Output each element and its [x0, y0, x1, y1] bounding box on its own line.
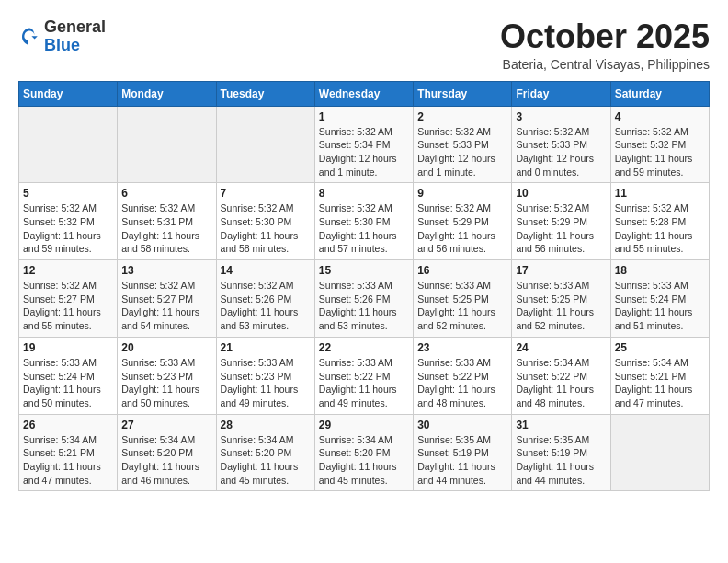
page-header: General Blue October 2025 Bateria, Centr…	[18, 18, 710, 72]
calendar-cell: 26Sunrise: 5:34 AM Sunset: 5:21 PM Dayli…	[19, 414, 118, 491]
day-info: Sunrise: 5:33 AM Sunset: 5:25 PM Dayligh…	[417, 279, 507, 333]
calendar-cell: 14Sunrise: 5:32 AM Sunset: 5:26 PM Dayli…	[216, 260, 314, 338]
day-number: 29	[319, 419, 409, 431]
column-header-wednesday: Wednesday	[314, 81, 413, 106]
day-info: Sunrise: 5:33 AM Sunset: 5:23 PM Dayligh…	[221, 356, 311, 410]
column-header-sunday: Sunday	[19, 81, 118, 106]
day-info: Sunrise: 5:32 AM Sunset: 5:29 PM Dayligh…	[516, 201, 606, 256]
calendar-table: SundayMondayTuesdayWednesdayThursdayFrid…	[18, 81, 710, 492]
location: Bateria, Central Visayas, Philippines	[500, 57, 710, 72]
calendar-cell: 23Sunrise: 5:33 AM Sunset: 5:22 PM Dayli…	[414, 337, 512, 414]
day-info: Sunrise: 5:32 AM Sunset: 5:33 PM Dayligh…	[516, 125, 606, 179]
day-info: Sunrise: 5:35 AM Sunset: 5:19 PM Dayligh…	[516, 433, 606, 488]
day-info: Sunrise: 5:33 AM Sunset: 5:26 PM Dayligh…	[319, 279, 409, 333]
calendar-cell: 11Sunrise: 5:32 AM Sunset: 5:28 PM Dayli…	[610, 183, 709, 260]
day-info: Sunrise: 5:34 AM Sunset: 5:21 PM Dayligh…	[23, 433, 113, 488]
day-number: 19	[23, 341, 113, 354]
column-header-friday: Friday	[512, 81, 610, 106]
logo-icon	[18, 26, 40, 48]
calendar-cell: 2Sunrise: 5:32 AM Sunset: 5:33 PM Daylig…	[414, 106, 512, 183]
calendar-cell: 12Sunrise: 5:32 AM Sunset: 5:27 PM Dayli…	[19, 260, 118, 338]
day-info: Sunrise: 5:33 AM Sunset: 5:22 PM Dayligh…	[417, 356, 507, 410]
day-number: 7	[221, 187, 311, 200]
day-info: Sunrise: 5:33 AM Sunset: 5:24 PM Dayligh…	[615, 279, 705, 333]
day-number: 5	[23, 187, 113, 200]
calendar-cell: 22Sunrise: 5:33 AM Sunset: 5:22 PM Dayli…	[314, 337, 413, 414]
day-info: Sunrise: 5:32 AM Sunset: 5:29 PM Dayligh…	[417, 201, 507, 256]
calendar-cell: 28Sunrise: 5:34 AM Sunset: 5:20 PM Dayli…	[216, 414, 314, 491]
day-number: 1	[319, 110, 409, 123]
day-info: Sunrise: 5:32 AM Sunset: 5:32 PM Dayligh…	[615, 125, 705, 179]
day-info: Sunrise: 5:32 AM Sunset: 5:30 PM Dayligh…	[221, 201, 311, 256]
calendar-cell: 18Sunrise: 5:33 AM Sunset: 5:24 PM Dayli…	[610, 260, 709, 338]
day-number: 18	[615, 264, 705, 277]
day-info: Sunrise: 5:33 AM Sunset: 5:23 PM Dayligh…	[121, 356, 211, 410]
day-number: 15	[319, 264, 409, 277]
calendar-cell: 4Sunrise: 5:32 AM Sunset: 5:32 PM Daylig…	[610, 106, 709, 183]
day-number: 10	[516, 187, 606, 200]
column-header-monday: Monday	[118, 81, 216, 106]
calendar-cell: 25Sunrise: 5:34 AM Sunset: 5:21 PM Dayli…	[610, 337, 709, 414]
day-number: 16	[417, 264, 507, 277]
week-row: 26Sunrise: 5:34 AM Sunset: 5:21 PM Dayli…	[19, 414, 710, 491]
column-header-tuesday: Tuesday	[216, 81, 314, 106]
day-number: 20	[121, 341, 211, 354]
calendar-cell	[118, 106, 216, 183]
day-info: Sunrise: 5:33 AM Sunset: 5:25 PM Dayligh…	[516, 279, 606, 333]
day-number: 22	[319, 341, 409, 354]
day-info: Sunrise: 5:34 AM Sunset: 5:20 PM Dayligh…	[319, 433, 409, 488]
day-info: Sunrise: 5:35 AM Sunset: 5:19 PM Dayligh…	[417, 433, 507, 488]
calendar-cell: 24Sunrise: 5:34 AM Sunset: 5:22 PM Dayli…	[512, 337, 610, 414]
logo-blue: Blue	[44, 36, 80, 54]
day-number: 4	[615, 110, 705, 123]
calendar-cell: 16Sunrise: 5:33 AM Sunset: 5:25 PM Dayli…	[414, 260, 512, 338]
logo-text: General Blue	[44, 18, 106, 55]
day-info: Sunrise: 5:34 AM Sunset: 5:22 PM Dayligh…	[516, 356, 606, 410]
day-info: Sunrise: 5:32 AM Sunset: 5:26 PM Dayligh…	[221, 279, 311, 333]
day-info: Sunrise: 5:32 AM Sunset: 5:32 PM Dayligh…	[23, 201, 113, 256]
column-header-saturday: Saturday	[610, 81, 709, 106]
calendar-cell: 19Sunrise: 5:33 AM Sunset: 5:24 PM Dayli…	[19, 337, 118, 414]
logo: General Blue	[18, 18, 106, 55]
calendar-cell: 1Sunrise: 5:32 AM Sunset: 5:34 PM Daylig…	[314, 106, 413, 183]
calendar-cell: 15Sunrise: 5:33 AM Sunset: 5:26 PM Dayli…	[314, 260, 413, 338]
calendar-cell: 6Sunrise: 5:32 AM Sunset: 5:31 PM Daylig…	[118, 183, 216, 260]
header-row: SundayMondayTuesdayWednesdayThursdayFrid…	[19, 81, 710, 106]
day-info: Sunrise: 5:34 AM Sunset: 5:20 PM Dayligh…	[121, 433, 211, 488]
day-number: 31	[516, 419, 606, 431]
day-number: 13	[121, 264, 211, 277]
calendar-cell: 10Sunrise: 5:32 AM Sunset: 5:29 PM Dayli…	[512, 183, 610, 260]
day-number: 25	[615, 341, 705, 354]
day-info: Sunrise: 5:32 AM Sunset: 5:34 PM Dayligh…	[319, 125, 409, 179]
logo-general: General	[44, 17, 106, 36]
calendar-cell: 3Sunrise: 5:32 AM Sunset: 5:33 PM Daylig…	[512, 106, 610, 183]
day-number: 23	[417, 341, 507, 354]
calendar-cell	[19, 106, 118, 183]
day-number: 28	[221, 419, 311, 431]
day-info: Sunrise: 5:33 AM Sunset: 5:22 PM Dayligh…	[319, 356, 409, 410]
calendar-cell: 27Sunrise: 5:34 AM Sunset: 5:20 PM Dayli…	[118, 414, 216, 491]
week-row: 1Sunrise: 5:32 AM Sunset: 5:34 PM Daylig…	[19, 106, 710, 183]
day-info: Sunrise: 5:34 AM Sunset: 5:20 PM Dayligh…	[221, 433, 311, 488]
week-row: 5Sunrise: 5:32 AM Sunset: 5:32 PM Daylig…	[19, 183, 710, 260]
day-number: 27	[121, 419, 211, 431]
day-info: Sunrise: 5:32 AM Sunset: 5:28 PM Dayligh…	[615, 201, 705, 256]
day-info: Sunrise: 5:34 AM Sunset: 5:21 PM Dayligh…	[615, 356, 705, 410]
day-info: Sunrise: 5:33 AM Sunset: 5:24 PM Dayligh…	[23, 356, 113, 410]
day-number: 14	[221, 264, 311, 277]
calendar-cell	[216, 106, 314, 183]
day-info: Sunrise: 5:32 AM Sunset: 5:27 PM Dayligh…	[121, 279, 211, 333]
week-row: 19Sunrise: 5:33 AM Sunset: 5:24 PM Dayli…	[19, 337, 710, 414]
day-number: 11	[615, 187, 705, 200]
day-number: 9	[417, 187, 507, 200]
day-number: 2	[417, 110, 507, 123]
calendar-cell: 29Sunrise: 5:34 AM Sunset: 5:20 PM Dayli…	[314, 414, 413, 491]
day-info: Sunrise: 5:32 AM Sunset: 5:31 PM Dayligh…	[121, 201, 211, 256]
month-title: October 2025	[500, 18, 710, 55]
day-number: 21	[221, 341, 311, 354]
day-number: 8	[319, 187, 409, 200]
calendar-cell: 5Sunrise: 5:32 AM Sunset: 5:32 PM Daylig…	[19, 183, 118, 260]
day-number: 17	[516, 264, 606, 277]
calendar-cell: 9Sunrise: 5:32 AM Sunset: 5:29 PM Daylig…	[414, 183, 512, 260]
calendar-cell: 8Sunrise: 5:32 AM Sunset: 5:30 PM Daylig…	[314, 183, 413, 260]
